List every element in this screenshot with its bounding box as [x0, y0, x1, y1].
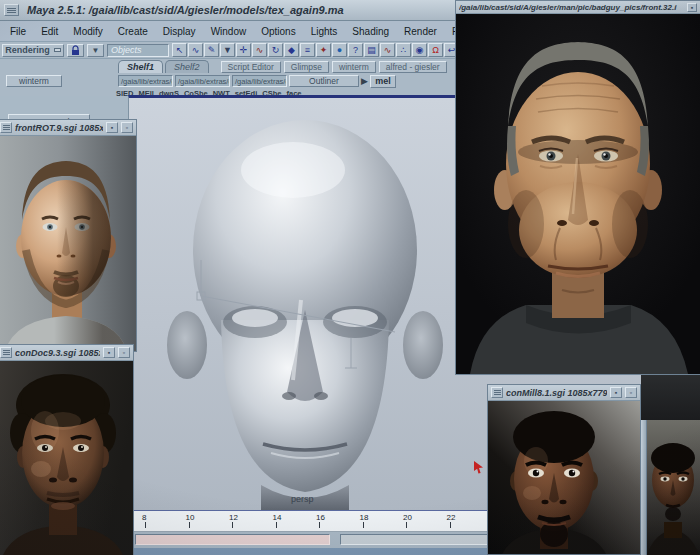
mel-button[interactable]: mel: [370, 75, 396, 88]
window-menu-icon[interactable]: [491, 387, 503, 398]
maximize-button[interactable]: ▫: [121, 122, 133, 133]
condoc-window: conDoc9.3.sgi 1085x779 1/4 ▪ ▫: [0, 344, 134, 555]
selection-filter-field[interactable]: Objects: [107, 44, 169, 57]
shelf-path-field[interactable]: /gaia/lib/extras/d: [118, 75, 173, 87]
shelf-quick-button[interactable]: Glimpse: [284, 61, 329, 73]
frontrot-title: frontROT.9.sgi 1085x779: [15, 123, 103, 133]
minimize-button[interactable]: ▪: [610, 387, 622, 398]
maya-window-title: Maya 2.5.1: /gaia/lib/cast/sid/A/giesler…: [27, 4, 344, 16]
paint-select-tool-icon[interactable]: ✎: [204, 43, 219, 57]
selection-mode-dropdown-icon[interactable]: ▼: [87, 44, 104, 57]
menu-item[interactable]: Create: [118, 26, 148, 37]
frontrot-titlebar[interactable]: frontROT.9.sgi 1085x779 ▪ ▫: [0, 120, 136, 136]
menu-item[interactable]: Options: [261, 26, 295, 37]
move-tool-icon[interactable]: ✛: [236, 43, 251, 57]
snap-grid-icon[interactable]: ▤: [364, 43, 379, 57]
menu-item[interactable]: Display: [163, 26, 196, 37]
minimize-button[interactable]: ▪: [687, 3, 697, 12]
playback-range-field[interactable]: [135, 534, 330, 545]
snap-curve-icon[interactable]: ∿: [380, 43, 395, 57]
scene-lock-icon[interactable]: [67, 44, 84, 57]
shelf-path-field[interactable]: /gaia/lib/extras/d: [232, 75, 287, 87]
shelf-area: Shelf1 Shelf2 Script EditorGlimpsewinter…: [0, 59, 455, 96]
shelf-tab-1[interactable]: Shelf1: [118, 60, 163, 73]
maximize-button[interactable]: ▫: [118, 347, 130, 358]
outliner-button[interactable]: Outliner: [289, 75, 359, 87]
badguy-titlebar[interactable]: /gaia/lib/cast/sid/A/giesler/man/pic/bad…: [456, 1, 700, 14]
shelf-path-field[interactable]: /gaia/lib/extras/d: [175, 75, 230, 87]
condoc-image: [0, 361, 133, 555]
cropped-face-image: [647, 420, 700, 555]
condoc-title: conDoc9.3.sgi 1085x779 1/4: [15, 348, 100, 358]
red-cursor-icon: [474, 461, 484, 474]
rotate-tool-icon[interactable]: ↻: [268, 43, 283, 57]
farright-window: [641, 420, 700, 555]
menu-item[interactable]: Edit: [41, 26, 58, 37]
timeline-tick: 16: [316, 513, 360, 528]
badguy-title: /gaia/lib/cast/sid/A/giesler/man/pic/bad…: [459, 3, 684, 12]
conmill-title: conMill8.1.sgi 1085x779 1/4: [506, 388, 607, 398]
menu-item[interactable]: Shading: [352, 26, 389, 37]
condoc-titlebar[interactable]: conDoc9.3.sgi 1085x779 1/4 ▪ ▫: [0, 345, 133, 361]
menu-item[interactable]: Render: [404, 26, 437, 37]
shelf-quick-button[interactable]: alfred - giesler: [379, 61, 447, 73]
badguy-image: [456, 14, 700, 374]
snap-view-icon[interactable]: ◉: [412, 43, 427, 57]
window-menu-icon[interactable]: [0, 122, 12, 133]
frontrot-image: [0, 136, 136, 351]
conmill-titlebar[interactable]: conMill8.1.sgi 1085x779 1/4 ▪ ▫: [488, 385, 640, 401]
timeline-tick: 20: [403, 513, 447, 528]
key-ticks-icon[interactable]: ≡: [300, 43, 315, 57]
menu-item[interactable]: File: [10, 26, 26, 37]
window-menu-icon[interactable]: [4, 4, 19, 16]
minimize-button[interactable]: ▪: [106, 122, 118, 133]
select-tool-icon[interactable]: ↖: [172, 43, 187, 57]
menu-item[interactable]: Modify: [73, 26, 102, 37]
show-manipulator-icon[interactable]: ✦: [316, 43, 331, 57]
timeline-tick: 12: [229, 513, 273, 528]
tool-options-dropdown-icon[interactable]: ▼: [220, 43, 235, 57]
farright-image: [647, 420, 700, 555]
older-man-face-image: [456, 14, 700, 374]
minimize-button[interactable]: ▪: [103, 347, 115, 358]
timeline-tick: 18: [360, 513, 404, 528]
timeline-tick: 14: [273, 513, 317, 528]
shelf-quick-button[interactable]: winterm: [332, 61, 376, 73]
lasso-tool-icon[interactable]: ∿: [188, 43, 203, 57]
young-man-face-image: [0, 136, 136, 351]
menu-item[interactable]: Lights: [311, 26, 338, 37]
camera-name-label: persp: [291, 494, 314, 504]
magnet-icon[interactable]: Ω: [428, 43, 443, 57]
timeline-tick: 22: [447, 513, 491, 528]
scale-tool-icon[interactable]: ◆: [284, 43, 299, 57]
padlock-icon: [71, 45, 80, 56]
overflow-arrow-icon[interactable]: ▶: [361, 76, 368, 86]
shelf-tab-2[interactable]: Shelf2: [165, 60, 209, 73]
conmill-image: [488, 401, 640, 554]
shelf-quick-button[interactable]: Script Editor: [221, 61, 281, 73]
help-icon[interactable]: ?: [348, 43, 363, 57]
menu-item[interactable]: Window: [211, 26, 247, 37]
badguy-window: /gaia/lib/cast/sid/A/giesler/man/pic/bad…: [455, 0, 700, 375]
timeline-tick: 10: [186, 513, 230, 528]
goatee-man-face-image: [488, 401, 640, 554]
dark-skinned-man-face-image: [0, 361, 133, 555]
window-menu-icon[interactable]: [0, 347, 12, 358]
timeline-tick: 8: [142, 513, 186, 528]
render-globe-icon[interactable]: ●: [332, 43, 347, 57]
winterm-button[interactable]: winterm: [6, 75, 62, 87]
menu-set-selector[interactable]: Rendering: [2, 44, 64, 57]
sculpt-tool-icon[interactable]: ∿: [252, 43, 267, 57]
desktop-gap: [641, 375, 700, 420]
maximize-button[interactable]: ▫: [625, 387, 637, 398]
frontrot-window: frontROT.9.sgi 1085x779 ▪ ▫: [0, 119, 137, 352]
conmill-window: conMill8.1.sgi 1085x779 1/4 ▪ ▫: [487, 384, 641, 555]
silver-head-model: [143, 100, 463, 510]
snap-point-icon[interactable]: ∴: [396, 43, 411, 57]
collapse-bar-icon: [54, 48, 61, 52]
